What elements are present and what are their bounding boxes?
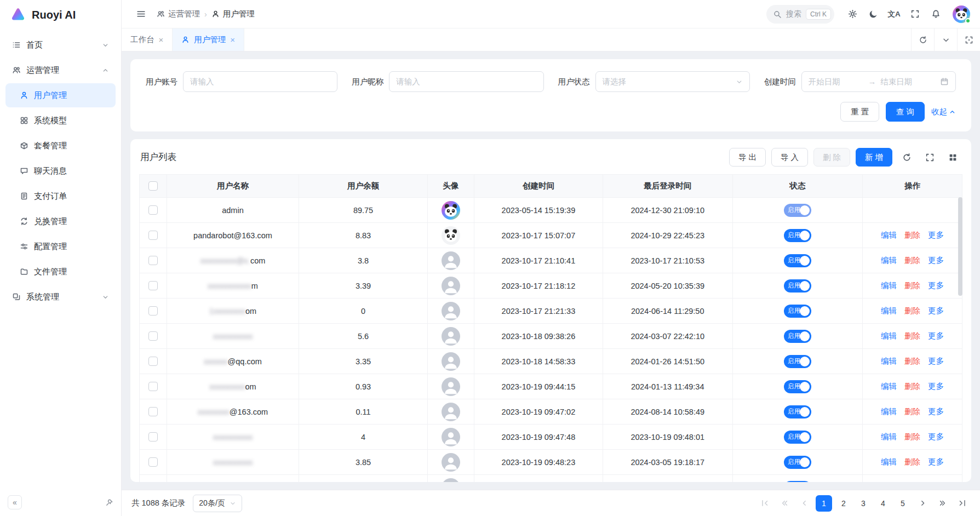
row-checkbox[interactable] <box>148 407 158 416</box>
sidebar-item-models[interactable]: 系统模型 <box>5 108 116 133</box>
delete-link[interactable]: 删除 <box>904 357 920 365</box>
notification-bell-icon[interactable] <box>926 5 945 24</box>
status-toggle[interactable]: 启用 <box>784 330 811 343</box>
last-page-button[interactable] <box>954 495 970 512</box>
language-icon[interactable]: 文A <box>885 5 903 24</box>
sidebar-item-redeem[interactable]: 兑换管理 <box>5 209 116 233</box>
refresh-icon[interactable] <box>911 28 934 51</box>
global-search[interactable]: 搜索 Ctrl K <box>766 5 834 24</box>
row-checkbox[interactable] <box>148 331 158 341</box>
page-button-1[interactable]: 1 <box>816 495 832 512</box>
status-toggle[interactable]: 启用 <box>784 431 811 444</box>
delete-link[interactable]: 删除 <box>904 432 920 441</box>
prev-page-button[interactable] <box>796 495 812 512</box>
status-toggle[interactable]: 启用 <box>784 405 811 418</box>
delete-button[interactable]: 删 除 <box>813 148 850 167</box>
dark-mode-moon-icon[interactable] <box>864 5 882 24</box>
scrollbar-thumb[interactable] <box>958 197 962 296</box>
delete-link[interactable]: 删除 <box>904 457 920 466</box>
more-link[interactable]: 更多 <box>928 407 944 416</box>
chevron-down-icon[interactable] <box>934 28 957 51</box>
vertical-scrollbar[interactable] <box>958 197 962 482</box>
delete-link[interactable]: 删除 <box>904 281 920 290</box>
app-logo[interactable]: Ruoyi AI <box>0 0 121 30</box>
table-fullscreen-icon[interactable] <box>921 148 938 166</box>
row-checkbox[interactable] <box>148 457 158 467</box>
status-toggle[interactable]: 启用 <box>784 380 811 393</box>
nickname-input[interactable] <box>389 71 543 92</box>
status-toggle[interactable]: 启用 <box>784 456 811 469</box>
page-button-4[interactable]: 4 <box>875 495 891 512</box>
edit-link[interactable]: 编辑 <box>881 357 897 365</box>
row-checkbox[interactable] <box>148 432 158 442</box>
delete-link[interactable]: 删除 <box>904 306 920 315</box>
status-toggle[interactable]: 启用 <box>784 279 811 293</box>
more-link[interactable]: 更多 <box>928 306 944 315</box>
tab-workbench[interactable]: 工作台 × <box>122 28 173 51</box>
sidebar-item-home[interactable]: 首页 <box>5 33 116 57</box>
row-checkbox[interactable] <box>148 205 158 215</box>
sidebar-item-operations[interactable]: 运营管理 <box>5 58 116 82</box>
page-button-3[interactable]: 3 <box>855 495 872 512</box>
row-checkbox[interactable] <box>148 231 158 240</box>
select-all-checkbox[interactable] <box>148 181 158 191</box>
sidebar-item-system[interactable]: 系统管理 <box>5 285 116 309</box>
import-button[interactable]: 导 入 <box>771 148 808 167</box>
close-icon[interactable]: × <box>159 36 164 44</box>
add-button[interactable]: 新 增 <box>856 148 892 167</box>
edit-link[interactable]: 编辑 <box>881 331 897 340</box>
more-link[interactable]: 更多 <box>928 357 944 365</box>
edit-link[interactable]: 编辑 <box>881 231 897 239</box>
edit-link[interactable]: 编辑 <box>881 256 897 265</box>
delete-link[interactable]: 删除 <box>904 382 920 391</box>
status-select[interactable]: 请选择 <box>595 71 750 92</box>
status-toggle[interactable]: 启用 <box>784 355 811 368</box>
column-settings-icon[interactable] <box>944 148 961 166</box>
jump-back-button[interactable] <box>776 495 793 512</box>
edit-link[interactable]: 编辑 <box>881 306 897 315</box>
status-toggle[interactable]: 启用 <box>784 229 811 242</box>
edit-link[interactable]: 编辑 <box>881 281 897 290</box>
breadcrumb-operations[interactable]: 运营管理 <box>157 9 200 19</box>
page-button-2[interactable]: 2 <box>835 495 852 512</box>
pin-icon[interactable] <box>105 498 113 507</box>
first-page-button[interactable] <box>757 495 773 512</box>
edit-link[interactable]: 编辑 <box>881 432 897 441</box>
row-checkbox[interactable] <box>148 306 158 316</box>
sidebar-item-pay-orders[interactable]: 支付订单 <box>5 184 116 208</box>
row-checkbox[interactable] <box>148 256 158 265</box>
status-toggle[interactable]: 启用 <box>784 481 811 483</box>
user-avatar[interactable] <box>953 5 970 23</box>
next-page-button[interactable] <box>914 495 931 512</box>
sidebar-item-users[interactable]: 用户管理 <box>5 83 116 107</box>
more-link[interactable]: 更多 <box>928 432 944 441</box>
refresh-icon[interactable] <box>898 148 915 166</box>
delete-link[interactable]: 删除 <box>904 331 920 340</box>
hamburger-menu-icon[interactable] <box>131 5 150 24</box>
more-link[interactable]: 更多 <box>928 231 944 239</box>
sidebar-item-messages[interactable]: 聊天消息 <box>5 159 116 183</box>
sidebar-item-config[interactable]: 配置管理 <box>5 234 116 259</box>
reset-button[interactable]: 重 置 <box>840 102 879 122</box>
jump-forward-button[interactable] <box>934 495 950 512</box>
export-button[interactable]: 导 出 <box>729 148 766 167</box>
sidebar-item-packages[interactable]: 套餐管理 <box>5 134 116 158</box>
more-link[interactable]: 更多 <box>928 281 944 290</box>
edit-link[interactable]: 编辑 <box>881 382 897 391</box>
row-checkbox[interactable] <box>148 357 158 366</box>
more-link[interactable]: 更多 <box>928 256 944 265</box>
edit-link[interactable]: 编辑 <box>881 407 897 416</box>
more-link[interactable]: 更多 <box>928 382 944 391</box>
close-icon[interactable]: × <box>230 36 235 44</box>
page-button-5[interactable]: 5 <box>895 495 911 512</box>
query-button[interactable]: 查 询 <box>886 102 925 122</box>
row-checkbox[interactable] <box>148 382 158 391</box>
created-date-range-picker[interactable]: 开始日期 → 结束日期 <box>801 71 956 92</box>
status-toggle[interactable]: 启用 <box>784 254 811 267</box>
maximize-content-icon[interactable] <box>957 28 980 51</box>
page-size-select[interactable]: 20条/页 <box>193 495 242 512</box>
tab-user-management[interactable]: 用户管理 × <box>173 28 244 51</box>
status-toggle[interactable]: 启用 <box>784 204 811 217</box>
account-input[interactable] <box>183 71 337 92</box>
breadcrumb-user-management[interactable]: 用户管理 <box>211 9 255 19</box>
